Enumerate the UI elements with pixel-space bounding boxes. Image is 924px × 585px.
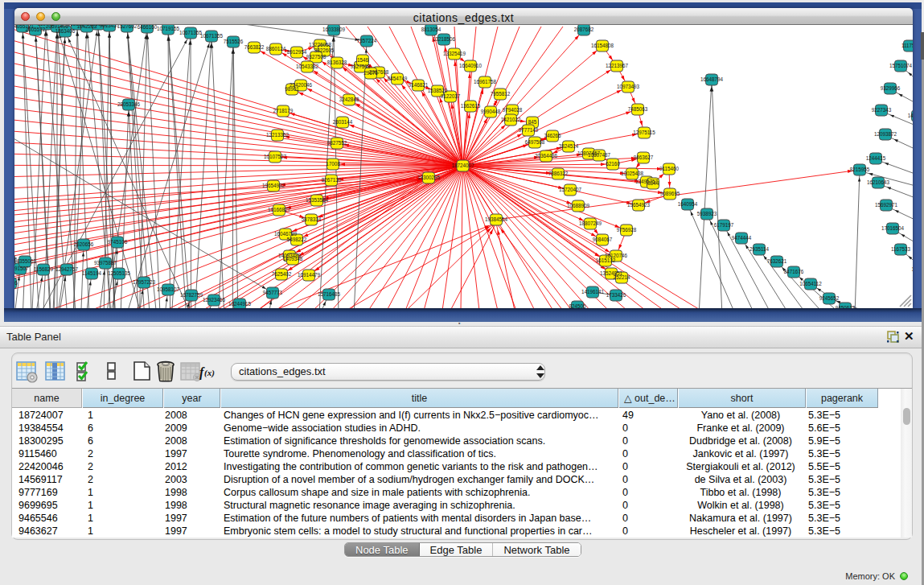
svg-text:9777149: 9777149: [519, 127, 539, 133]
svg-text:9329966: 9329966: [881, 85, 901, 91]
svg-text:16046789: 16046789: [274, 231, 298, 237]
svg-text:7886322: 7886322: [548, 171, 569, 176]
svg-text:18724007: 18724007: [451, 163, 474, 168]
svg-text:3322605: 3322605: [314, 47, 335, 53]
svg-text:15716485: 15716485: [318, 291, 341, 297]
svg-text:2718179: 2718179: [273, 108, 294, 113]
svg-text:15692971: 15692971: [875, 202, 898, 208]
svg-text:8454749: 8454749: [388, 76, 408, 81]
svg-text:391507: 391507: [14, 266, 29, 271]
svg-text:1244415: 1244415: [866, 155, 886, 161]
svg-text:10543382: 10543382: [296, 64, 319, 69]
svg-text:2005572: 2005572: [26, 27, 46, 32]
svg-text:12213362: 12213362: [266, 132, 290, 138]
svg-text:6466160: 6466160: [138, 25, 158, 30]
svg-text:10688909: 10688909: [567, 203, 590, 208]
svg-text:80516: 80516: [14, 280, 18, 286]
svg-text:16648794: 16648794: [700, 76, 724, 82]
svg-text:1538520: 1538520: [428, 88, 448, 93]
svg-text:16782759: 16782759: [180, 292, 203, 298]
svg-text:10807487: 10807487: [588, 152, 611, 158]
svg-text:12975115: 12975115: [633, 130, 655, 135]
svg-text:9089695: 9089695: [660, 191, 680, 196]
svg-text:19384554: 19384554: [485, 216, 508, 222]
svg-text:3242848: 3242848: [339, 97, 359, 102]
svg-text:12213967: 12213967: [606, 63, 629, 68]
svg-text:746266: 746266: [544, 133, 561, 138]
svg-text:2935114: 2935114: [749, 246, 770, 252]
svg-text:1527602: 1527602: [117, 25, 138, 29]
svg-text:17016504: 17016504: [881, 225, 905, 231]
svg-text:16033809: 16033809: [322, 27, 346, 32]
svg-text:845: 845: [528, 119, 537, 125]
svg-text:1145194: 1145194: [82, 270, 102, 276]
svg-text:(x): (x): [204, 368, 215, 378]
svg-text:8471676: 8471676: [784, 269, 804, 274]
svg-text:5938923: 5938923: [697, 211, 717, 216]
svg-text:16961758: 16961758: [474, 79, 497, 84]
svg-text:10244915: 10244915: [228, 301, 252, 307]
svg-text:1156829: 1156829: [34, 266, 54, 272]
svg-text:17008: 17008: [326, 161, 340, 167]
svg-text:9463627: 9463627: [634, 154, 654, 160]
svg-text:10719155: 10719155: [157, 26, 180, 31]
svg-text:93975887: 93975887: [94, 260, 117, 266]
svg-text:28053346: 28053346: [117, 101, 141, 107]
svg-text:9084067: 9084067: [593, 237, 613, 242]
svg-text:15353584: 15353584: [306, 197, 329, 203]
svg-text:9122037: 9122037: [441, 93, 461, 99]
svg-text:29676: 29676: [363, 70, 378, 76]
svg-text:8844: 8844: [647, 180, 659, 186]
svg-text:931505: 931505: [14, 257, 18, 262]
svg-text:1640954: 1640954: [678, 201, 698, 207]
svg-text:10671355: 10671355: [200, 33, 224, 39]
svg-text:10973493: 10973493: [617, 84, 640, 89]
svg-text:9745106: 9745106: [108, 239, 128, 245]
svg-text:15751074: 15751074: [889, 63, 913, 68]
svg-text:12093872: 12093872: [874, 131, 897, 137]
svg-text:1546: 1546: [357, 57, 369, 63]
svg-text:8912954: 8912954: [287, 49, 307, 55]
svg-text:14355061: 14355061: [14, 258, 36, 264]
svg-text:111754: 111754: [901, 43, 913, 48]
svg-text:1733426: 1733426: [606, 292, 626, 298]
svg-text:10107527: 10107527: [264, 154, 287, 159]
svg-text:22420046: 22420046: [290, 82, 313, 88]
svg-text:824506: 824506: [569, 303, 586, 308]
svg-text:252214: 252214: [613, 274, 630, 280]
svg-text:7663822: 7663822: [244, 44, 265, 50]
svg-text:1409348: 1409348: [283, 256, 303, 262]
svg-text:10958107: 10958107: [157, 286, 180, 292]
svg-text:7632621: 7632621: [767, 258, 787, 264]
svg-text:16640910: 16640910: [459, 63, 483, 68]
svg-text:16154808: 16154808: [591, 43, 614, 48]
svg-text:7955812: 7955812: [491, 91, 511, 97]
svg-text:13226058: 13226058: [309, 42, 332, 47]
svg-text:5498222: 5498222: [287, 237, 307, 242]
svg-text:7515526: 7515526: [224, 39, 244, 44]
svg-text:12505135: 12505135: [108, 270, 131, 276]
svg-text:1362615: 1362615: [461, 103, 481, 109]
svg-text:16914479: 16914479: [298, 272, 321, 278]
svg-text:13325419: 13325419: [443, 51, 466, 56]
svg-text:1863406: 1863406: [55, 28, 76, 34]
svg-text:6179197: 6179197: [714, 222, 734, 228]
svg-text:9245652: 9245652: [819, 295, 840, 301]
svg-text:2803144: 2803144: [333, 119, 353, 125]
svg-text:8860124: 8860124: [266, 46, 286, 51]
svg-text:20364436: 20364436: [535, 153, 558, 159]
svg-text:1432512: 1432512: [908, 113, 913, 118]
svg-text:13218506: 13218506: [433, 36, 456, 42]
svg-text:9227343: 9227343: [872, 107, 892, 113]
svg-text:2087682: 2087682: [574, 27, 594, 32]
svg-text:18300295: 18300295: [417, 175, 441, 180]
svg-text:8813054: 8813054: [421, 27, 441, 32]
svg-text:1421022: 1421022: [501, 117, 521, 122]
svg-text:16210643: 16210643: [867, 179, 890, 185]
svg-text:7357224: 7357224: [357, 38, 377, 43]
svg-text:19166827: 19166827: [268, 207, 291, 212]
svg-text:1615132: 1615132: [596, 257, 616, 263]
svg-text:7625402: 7625402: [272, 271, 292, 277]
svg-text:9457771: 9457771: [263, 290, 283, 295]
svg-text:8136328: 8136328: [327, 60, 347, 65]
